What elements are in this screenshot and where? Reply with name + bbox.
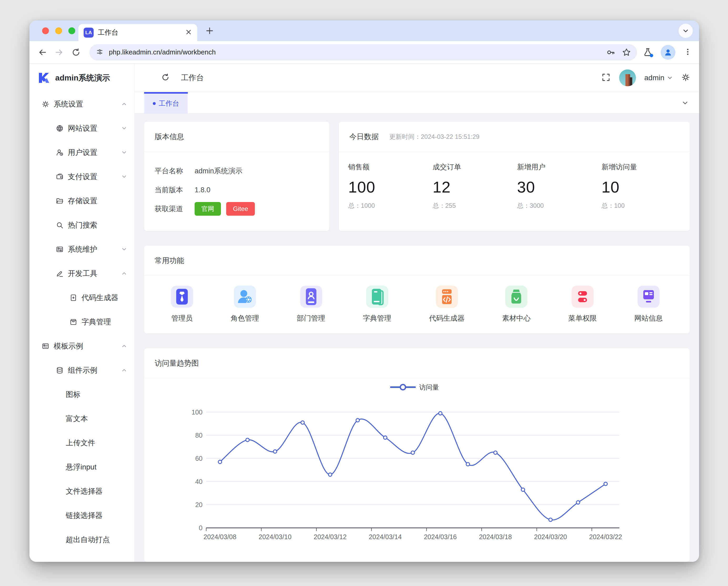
- svg-text:2024/03/08: 2024/03/08: [204, 533, 236, 540]
- version-card-title: 版本信息: [144, 122, 329, 152]
- function-label: 管理员: [172, 313, 193, 323]
- sidebar-item-label: 存储设置: [68, 196, 97, 206]
- minimize-window-button[interactable]: [55, 27, 62, 34]
- function-item-0[interactable]: 管理员: [171, 286, 193, 323]
- sidebar-item-label: 用户设置: [68, 148, 97, 157]
- fullscreen-icon[interactable]: [601, 73, 611, 83]
- search-icon: [56, 221, 63, 229]
- codegen-window-icon: [436, 286, 458, 308]
- user-icon: [56, 149, 63, 156]
- experiments-flask-icon[interactable]: [643, 47, 653, 57]
- password-key-icon[interactable]: [606, 48, 616, 57]
- settings-gear-icon[interactable]: [681, 73, 690, 83]
- function-label: 字典管理: [363, 313, 391, 323]
- site-settings-icon[interactable]: [95, 47, 104, 57]
- sidebar-item-8[interactable]: 代码生成器: [29, 286, 134, 310]
- globe-icon: [56, 124, 63, 132]
- sidebar-item-14[interactable]: 上传文件: [29, 431, 134, 455]
- active-tab-label: 工作台: [159, 99, 179, 108]
- sidebar-item-12[interactable]: 图标: [29, 382, 134, 407]
- sidebar-item-label: 富文本: [66, 414, 88, 424]
- sidebar-item-11[interactable]: 组件示例: [29, 358, 134, 382]
- function-label: 素材中心: [502, 313, 530, 323]
- sidebar-item-label: 链接选择器: [66, 511, 103, 520]
- browser-menu-kebab-icon[interactable]: [683, 47, 692, 57]
- reload-icon[interactable]: [71, 47, 81, 57]
- function-item-7[interactable]: 网站信息: [634, 286, 663, 323]
- tab-options-chevron-icon[interactable]: [682, 92, 688, 113]
- sidebar-item-5[interactable]: 热门搜索: [29, 213, 134, 237]
- sidebar-item-18[interactable]: 超出自动打点: [29, 528, 134, 552]
- forward-icon[interactable]: [54, 47, 64, 57]
- material-bag-icon: [505, 286, 527, 308]
- sidebar-item-0[interactable]: 系统设置: [29, 92, 134, 116]
- sidebar-item-label: 文件选择器: [66, 486, 103, 496]
- workbench-content: 版本信息 平台名称 admin系统演示 当前版本 1.8.0 获: [135, 113, 699, 562]
- tab-search-chevron-icon[interactable]: [679, 24, 693, 38]
- update-time: 更新时间：2024-03-22 15:51:29: [389, 132, 479, 141]
- sidebar-item-label: 字典管理: [81, 317, 111, 327]
- function-item-1[interactable]: 角色管理: [231, 286, 259, 323]
- tab-close-icon[interactable]: [185, 29, 192, 36]
- url-text[interactable]: php.likeadmin.cn/admin/workbench: [109, 48, 600, 56]
- new-tab-button[interactable]: [205, 26, 214, 36]
- close-window-button[interactable]: [42, 27, 49, 34]
- svg-text:2024/03/16: 2024/03/16: [424, 533, 457, 540]
- function-item-4[interactable]: 代码生成器: [429, 286, 465, 323]
- app-logo[interactable]: admin系统演示: [29, 63, 134, 92]
- sidebar-item-15[interactable]: 悬浮input: [29, 455, 134, 479]
- sidebar: admin系统演示 系统设置网站设置用户设置支付设置存储设置热门搜索系统维护开发…: [29, 63, 135, 562]
- chevron-up-icon: [121, 271, 127, 276]
- function-item-2[interactable]: 部门管理: [297, 286, 326, 323]
- functions-card-title: 常用功能: [144, 246, 690, 276]
- zoom-window-button[interactable]: [69, 27, 75, 34]
- browser-profile-avatar[interactable]: [661, 45, 675, 60]
- channel-button-official[interactable]: 官网: [194, 202, 221, 216]
- stat-2: 新增用户 30 总：3000: [517, 162, 601, 210]
- function-item-3[interactable]: 字典管理: [363, 286, 391, 323]
- stat-0: 销售额 100 总：1000: [348, 162, 433, 210]
- chevron-up-icon: [121, 367, 127, 373]
- function-label: 网站信息: [634, 313, 663, 323]
- stat-value: 10: [601, 178, 686, 196]
- stat-label: 成交订单: [433, 162, 517, 172]
- sidebar-item-10[interactable]: 模板示例: [29, 334, 134, 358]
- address-bar[interactable]: php.likeadmin.cn/admin/workbench: [89, 44, 637, 60]
- sidebar-item-16[interactable]: 文件选择器: [29, 479, 134, 503]
- stat-label: 新增访问量: [601, 162, 686, 172]
- svg-text:2024/03/18: 2024/03/18: [479, 533, 512, 540]
- function-item-6[interactable]: 菜单权限: [568, 286, 597, 323]
- sidebar-item-17[interactable]: 链接选择器: [29, 503, 134, 528]
- sidebar-item-7[interactable]: 开发工具: [29, 261, 134, 286]
- user-menu[interactable]: admin: [644, 74, 673, 82]
- stat-3: 新增访问量 10 总：100: [601, 162, 686, 210]
- stat-total: 总：3000: [517, 202, 601, 210]
- sidebar-item-6[interactable]: 系统维护: [29, 237, 134, 261]
- refresh-icon[interactable]: [161, 73, 170, 83]
- sidebar-item-13[interactable]: 富文本: [29, 407, 134, 431]
- folder-icon: [56, 197, 63, 205]
- active-tab-dot: [153, 102, 156, 105]
- sidebar-item-3[interactable]: 支付设置: [29, 164, 134, 189]
- sidebar-item-label: 系统设置: [54, 99, 83, 109]
- user-avatar[interactable]: [619, 70, 636, 86]
- sidebar-item-1[interactable]: 网站设置: [29, 116, 134, 141]
- page-title: 工作台: [181, 73, 204, 83]
- sidebar-item-4[interactable]: 存储设置: [29, 189, 134, 213]
- bookmark-star-icon[interactable]: [622, 48, 631, 57]
- svg-text:2024/03/14: 2024/03/14: [369, 533, 401, 540]
- browser-tab[interactable]: LA 工作台: [78, 24, 197, 41]
- function-item-5[interactable]: 素材中心: [502, 286, 530, 323]
- back-icon[interactable]: [37, 47, 47, 57]
- tab-workbench[interactable]: 工作台: [144, 92, 188, 113]
- maintain-icon: [56, 246, 63, 253]
- chevron-down-icon: [667, 75, 673, 81]
- app-title: admin系统演示: [55, 73, 110, 83]
- sidebar-item-2[interactable]: 用户设置: [29, 141, 134, 164]
- svg-text:访问量: 访问量: [419, 383, 439, 391]
- sidebar-item-label: 图标: [66, 389, 80, 400]
- sidebar-menu: 系统设置网站设置用户设置支付设置存储设置热门搜索系统维护开发工具代码生成器字典管…: [29, 92, 134, 552]
- current-version-row: 当前版本 1.8.0: [155, 182, 319, 198]
- channel-button-gitee[interactable]: Gitee: [226, 202, 255, 216]
- sidebar-item-9[interactable]: 字典管理: [29, 310, 134, 334]
